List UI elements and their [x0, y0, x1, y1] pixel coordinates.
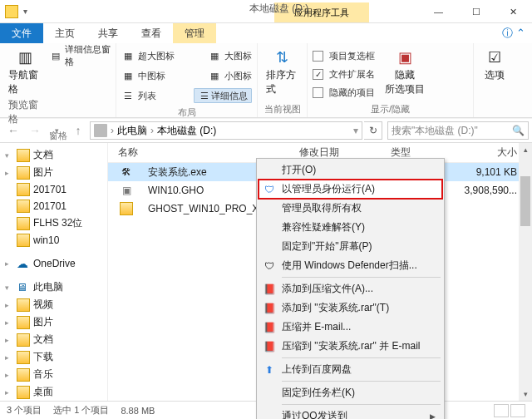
tree-node-onedrive[interactable]: ▸☁OneDrive [2, 255, 106, 272]
folder-icon [17, 386, 30, 399]
tree-node-pictures[interactable]: ▸图片 [2, 164, 106, 181]
tab-home[interactable]: 主页 [43, 23, 86, 43]
preview-pane-label: 预览窗格 [8, 98, 42, 126]
layout-group-label: 布局 [121, 105, 252, 119]
scroll-up-arrow[interactable]: ▴ [519, 143, 532, 156]
breadcrumb-drive[interactable]: 本地磁盘 (D:) [157, 124, 216, 138]
folder-icon [17, 166, 30, 180]
medium-icon: ▦ [121, 69, 135, 82]
expand-icon[interactable]: ▸ [5, 388, 13, 397]
list-icon: ☰ [121, 89, 135, 102]
layout-details[interactable]: 详细信息 [211, 91, 248, 101]
status-item-count: 3 个项目 [7, 404, 42, 417]
expand-icon[interactable]: ▸ [5, 169, 13, 177]
collapse-icon[interactable]: ▾ [5, 283, 13, 292]
folder-icon [17, 217, 30, 230]
options-button[interactable]: ☑ 选项 [479, 47, 510, 84]
layout-small[interactable]: 小图标 [224, 70, 252, 82]
item-checkboxes-checkbox[interactable] [313, 51, 323, 62]
menu-pin-start[interactable]: 固定到"开始"屏幕(P) [259, 237, 442, 256]
view-thumbnails-button[interactable] [510, 404, 525, 417]
menu-admin-ownership[interactable]: 管理员取得所有权 [259, 199, 442, 218]
file-ext-label: 文件扩展名 [329, 68, 375, 81]
details-pane-button[interactable]: ▤ 详细信息窗格 [50, 47, 111, 65]
expand-icon[interactable]: ▸ [5, 371, 13, 379]
collapse-icon[interactable]: ▾ [5, 151, 13, 160]
tree-node-pictures2[interactable]: ▸图片 [2, 313, 106, 331]
tree-node-documents[interactable]: ▾文档 [2, 146, 106, 164]
sort-button[interactable]: ⇅ 排序方式 [263, 47, 302, 98]
tree-node-video[interactable]: ▸视频 [2, 296, 106, 313]
context-menu: 打开(O) 🛡以管理员身份运行(A) 管理员取得所有权 兼容性疑难解答(Y) 固… [256, 158, 445, 419]
tree-node-documents2[interactable]: ▸文档 [2, 331, 106, 348]
hide-selected-icon: ▣ [396, 48, 414, 67]
menu-compress-email[interactable]: 📕压缩并 E-mail... [259, 318, 442, 337]
minimize-button[interactable]: — [420, 0, 457, 23]
search-placeholder: 搜索"本地磁盘 (D:)" [392, 124, 478, 138]
maximize-button[interactable]: ☐ [457, 0, 495, 23]
nav-pane-button[interactable]: ▥ 导航窗格 预览窗格 [5, 47, 45, 128]
menu-add-to-rar[interactable]: 📕添加到 "安装系统.rar"(T) [259, 298, 442, 318]
breadcrumb[interactable]: › 此电脑 › 本地磁盘 (D:) ▾ [90, 121, 362, 140]
folder-icon [17, 351, 30, 364]
breadcrumb-this-pc[interactable]: 此电脑 [117, 124, 147, 138]
tree-node-downloads[interactable]: ▸下载 [2, 348, 106, 366]
scrollbar-thumb[interactable] [520, 176, 530, 226]
hide-selected-label: 隐藏 所选项目 [385, 68, 425, 96]
ribbon-collapse-button[interactable]: ⓘ ⌃ [502, 26, 525, 41]
menu-run-as-admin[interactable]: 🛡以管理员身份运行(A) [259, 180, 442, 199]
expand-icon[interactable]: ▸ [5, 353, 13, 362]
expand-icon[interactable]: ▸ [5, 318, 13, 327]
refresh-button[interactable]: ↻ [364, 121, 382, 140]
chevron-right-icon: › [111, 125, 114, 136]
expand-icon[interactable]: ▸ [5, 259, 13, 268]
menu-send-qq[interactable]: 通过QQ发送到 [259, 407, 442, 419]
menu-upload-baidu[interactable]: ⬆上传到百度网盘 [259, 360, 442, 379]
vertical-scrollbar[interactable]: ▴ ▾ [519, 143, 532, 401]
tree-node-music[interactable]: ▸音乐 [2, 366, 106, 383]
title-bar: ▾ 应用程序工具 本地磁盘 (D:) — ☐ ✕ [0, 0, 532, 23]
close-button[interactable]: ✕ [495, 0, 532, 23]
tab-manage[interactable]: 管理 [173, 23, 216, 43]
window-title: 本地磁盘 (D:) [249, 2, 308, 16]
menu-separator [282, 277, 441, 278]
large-icon: ▦ [208, 49, 221, 62]
expand-icon[interactable]: ▸ [5, 301, 13, 309]
details-icon: ☰ [198, 89, 211, 102]
tree-node-this-pc[interactable]: ▾🖥此电脑 [2, 279, 106, 296]
status-size: 8.88 MB [121, 406, 155, 416]
pane-group-label: 窗格 [5, 128, 111, 142]
options-icon: ☑ [485, 48, 504, 67]
history-dropdown-icon[interactable]: ▾ [353, 125, 358, 136]
view-details-button[interactable] [494, 404, 509, 417]
tree-node-201701b[interactable]: 201701 [2, 198, 106, 214]
layout-large[interactable]: 大图标 [224, 50, 252, 62]
tree-node-desktop[interactable]: ▸桌面 [2, 383, 106, 401]
layout-medium[interactable]: 中图标 [138, 70, 165, 82]
file-ext-checkbox[interactable]: ✓ [313, 69, 323, 80]
menu-pin-taskbar[interactable]: 固定到任务栏(K) [259, 383, 442, 402]
menu-add-to-archive[interactable]: 📕添加到压缩文件(A)... [259, 279, 442, 298]
expand-icon[interactable]: ▸ [5, 336, 13, 344]
layout-extra-large[interactable]: 超大图标 [138, 50, 175, 62]
tree-node-win10[interactable]: win10 [2, 232, 106, 249]
folder-icon [17, 316, 30, 329]
extra-large-icon: ▦ [121, 49, 135, 62]
search-input[interactable]: 搜索"本地磁盘 (D:)" 🔍 [387, 121, 529, 140]
tab-share[interactable]: 共享 [86, 23, 130, 43]
options-label: 选项 [485, 68, 505, 82]
tab-file[interactable]: 文件 [0, 23, 43, 43]
ribbon: ▥ 导航窗格 预览窗格 ▤ 详细信息窗格 窗格 ▦超大图标▦大图标 ▦中图标▦小… [0, 43, 532, 118]
layout-list[interactable]: 列表 [138, 90, 156, 102]
hide-selected-button[interactable]: ▣ 隐藏 所选项目 [382, 47, 428, 101]
folder-icon [17, 333, 30, 347]
menu-open[interactable]: 打开(O) [259, 160, 442, 180]
menu-compat-troubleshoot[interactable]: 兼容性疑难解答(Y) [259, 218, 442, 237]
tree-node-flhs[interactable]: FLHS 32位 [2, 214, 106, 232]
menu-compress-to-email[interactable]: 📕压缩到 "安装系统.rar" 并 E-mail [259, 337, 442, 356]
menu-defender-scan[interactable]: 🛡使用 Windows Defender扫描... [259, 256, 442, 275]
tab-view[interactable]: 查看 [130, 23, 173, 43]
scroll-down-arrow[interactable]: ▾ [519, 387, 532, 401]
tree-node-201701a[interactable]: 201701 [2, 181, 106, 198]
hidden-items-checkbox[interactable] [313, 87, 323, 98]
